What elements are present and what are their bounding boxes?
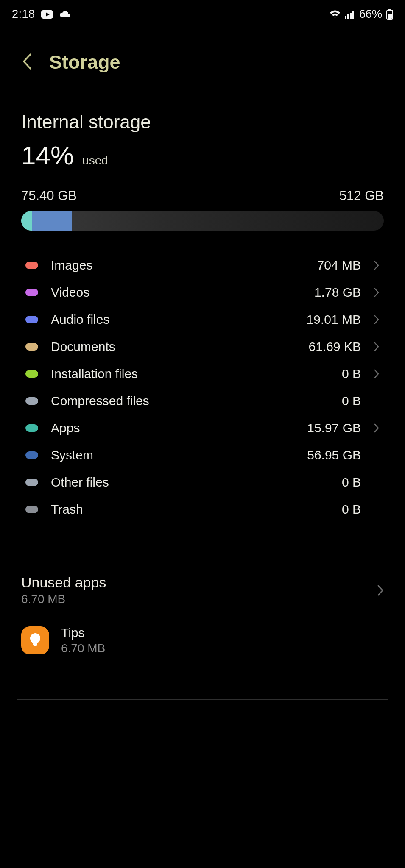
category-color-pill bbox=[25, 451, 38, 459]
chevron-right-icon bbox=[361, 369, 380, 379]
category-size: 0 B bbox=[342, 367, 361, 381]
internal-storage-section: Internal storage 14% used 75.40 GB 512 G… bbox=[0, 86, 405, 231]
category-row-documents[interactable]: Documents61.69 KB bbox=[25, 333, 380, 360]
category-color-pill bbox=[25, 370, 38, 378]
signal-icon bbox=[345, 10, 355, 19]
divider bbox=[17, 699, 388, 700]
category-size: 56.95 GB bbox=[307, 448, 361, 462]
unused-apps-title: Unused apps bbox=[21, 574, 365, 591]
app-size: 6.70 MB bbox=[61, 642, 105, 655]
category-color-pill bbox=[25, 424, 38, 432]
category-label: Compressed files bbox=[51, 394, 342, 408]
category-size: 0 B bbox=[342, 394, 361, 408]
youtube-icon bbox=[41, 10, 53, 19]
category-row-videos[interactable]: Videos1.78 GB bbox=[25, 279, 380, 306]
category-row-trash: Trash0 B bbox=[25, 496, 380, 523]
category-color-pill bbox=[25, 397, 38, 405]
category-row-images[interactable]: Images704 MB bbox=[25, 252, 380, 279]
page-header: Storage bbox=[0, 25, 405, 86]
app-name: Tips bbox=[61, 626, 105, 640]
battery-percent: 66% bbox=[359, 8, 382, 21]
category-row-system: System56.95 GB bbox=[25, 442, 380, 469]
status-left: 2:18 bbox=[12, 8, 71, 21]
category-label: Trash bbox=[51, 502, 342, 517]
unused-apps-section: Unused apps 6.70 MB Tips6.70 MB bbox=[0, 553, 405, 668]
svg-rect-3 bbox=[350, 13, 352, 19]
category-size: 15.97 GB bbox=[307, 421, 361, 435]
page-title: Storage bbox=[49, 51, 120, 73]
category-size: 61.69 KB bbox=[309, 339, 361, 354]
used-label: used bbox=[82, 154, 108, 170]
category-row-audio-files[interactable]: Audio files19.01 MB bbox=[25, 306, 380, 333]
cloud-icon bbox=[59, 10, 71, 19]
chevron-right-icon bbox=[361, 314, 380, 325]
category-label: Apps bbox=[51, 421, 307, 435]
category-color-pill bbox=[25, 262, 38, 269]
svg-rect-2 bbox=[347, 14, 349, 19]
category-size: 19.01 MB bbox=[307, 312, 361, 327]
category-list: Images704 MBVideos1.78 GBAudio files19.0… bbox=[0, 231, 405, 540]
category-label: System bbox=[51, 448, 307, 462]
unused-apps-size: 6.70 MB bbox=[21, 593, 365, 606]
chevron-right-icon bbox=[361, 342, 380, 352]
category-size: 0 B bbox=[342, 475, 361, 490]
svg-rect-7 bbox=[388, 14, 392, 19]
category-label: Videos bbox=[51, 285, 314, 300]
svg-point-8 bbox=[30, 633, 40, 643]
category-label: Installation files bbox=[51, 367, 342, 381]
category-size: 704 MB bbox=[317, 258, 361, 273]
used-percent: 14% bbox=[21, 140, 74, 170]
chevron-right-icon bbox=[361, 260, 380, 270]
category-row-other-files: Other files0 B bbox=[25, 469, 380, 496]
svg-rect-1 bbox=[345, 16, 346, 19]
category-row-apps[interactable]: Apps15.97 GB bbox=[25, 415, 380, 442]
status-bar: 2:18 66% bbox=[0, 0, 405, 25]
unused-apps-row[interactable]: Unused apps 6.70 MB bbox=[21, 574, 384, 606]
internal-storage-title: Internal storage bbox=[21, 111, 384, 133]
category-label: Documents bbox=[51, 339, 309, 354]
unused-app-row[interactable]: Tips6.70 MB bbox=[21, 606, 384, 655]
size-row: 75.40 GB 512 GB bbox=[21, 188, 384, 203]
category-color-pill bbox=[25, 479, 38, 486]
category-row-installation-files[interactable]: Installation files0 B bbox=[25, 360, 380, 387]
status-right: 66% bbox=[330, 8, 393, 21]
lightbulb-icon bbox=[21, 626, 49, 654]
storage-progress-bar bbox=[21, 211, 384, 231]
wifi-icon bbox=[330, 10, 341, 19]
category-color-pill bbox=[25, 506, 38, 513]
category-size: 0 B bbox=[342, 502, 361, 517]
chevron-right-icon bbox=[361, 423, 380, 433]
category-color-pill bbox=[25, 316, 38, 323]
battery-icon bbox=[386, 9, 393, 20]
category-label: Other files bbox=[51, 475, 342, 490]
category-color-pill bbox=[25, 289, 38, 296]
category-label: Images bbox=[51, 258, 317, 273]
progress-segment bbox=[32, 211, 72, 231]
used-size: 75.40 GB bbox=[21, 188, 77, 203]
status-time: 2:18 bbox=[12, 8, 35, 21]
category-size: 1.78 GB bbox=[314, 285, 361, 300]
chevron-right-icon bbox=[361, 287, 380, 298]
category-color-pill bbox=[25, 343, 38, 351]
category-row-compressed-files: Compressed files0 B bbox=[25, 387, 380, 415]
svg-rect-4 bbox=[352, 11, 354, 19]
total-size: 512 GB bbox=[339, 188, 384, 203]
chevron-right-icon bbox=[365, 584, 384, 596]
percent-row: 14% used bbox=[21, 140, 384, 170]
back-button[interactable] bbox=[21, 53, 32, 72]
category-label: Audio files bbox=[51, 312, 307, 327]
progress-segment bbox=[21, 211, 32, 231]
svg-rect-9 bbox=[33, 643, 37, 646]
